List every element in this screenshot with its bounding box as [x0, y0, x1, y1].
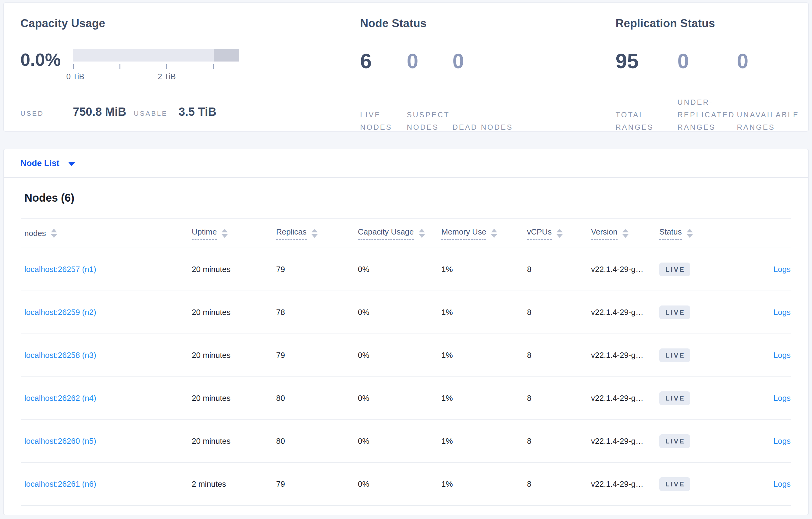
capacity-gauge-bar: 0 TiB 2 TiB — [73, 49, 239, 83]
usable-label: USABLE — [134, 110, 179, 118]
capacity-percent-value: 0.0% — [21, 50, 73, 83]
sort-arrows-icon[interactable] — [622, 229, 629, 238]
status-cell: LIVE — [659, 477, 720, 491]
sort-arrows-icon[interactable] — [222, 229, 228, 238]
column-header-status[interactable]: Status — [659, 227, 720, 240]
column-header-nodes[interactable]: nodes — [21, 229, 192, 238]
logs-link[interactable]: Logs — [774, 265, 791, 274]
capacity-usage-title: Capacity Usage — [21, 17, 360, 30]
logs-cell: Logs — [720, 394, 791, 403]
under-replicated-ranges-count: 0 — [677, 49, 737, 73]
replicas-cell: 79 — [276, 265, 358, 274]
sort-arrows-icon[interactable] — [557, 229, 563, 238]
capacity-usage-cell: 0% — [358, 436, 441, 446]
uptime-cell: 2 minutes — [192, 480, 276, 489]
logs-cell: Logs — [720, 480, 791, 489]
capacity-usage-panel: Capacity Usage 0.0% 0 TiB 2 TiB — [21, 17, 360, 131]
node-address-link[interactable]: localhost:26258 (n3) — [24, 350, 96, 360]
node-status-title: Node Status — [360, 17, 615, 30]
status-badge: LIVE — [659, 391, 690, 405]
live-nodes-count: 6 — [360, 49, 407, 73]
node-list-dropdown[interactable]: Node List — [4, 149, 808, 178]
axis-tick — [213, 64, 214, 69]
node-status-panel: Node Status 6 0 0 LIVE NODES SUSPECT NOD… — [360, 17, 615, 131]
status-badge: LIVE — [659, 348, 690, 362]
unavailable-ranges-count: 0 — [737, 49, 808, 73]
vcpus-cell: 8 — [527, 308, 591, 317]
live-nodes-label: LIVE NODES — [360, 94, 407, 133]
uptime-cell: 20 minutes — [192, 436, 276, 446]
capacity-usage-cell: 0% — [358, 480, 441, 489]
sort-arrows-icon[interactable] — [419, 229, 425, 238]
sort-arrows-icon[interactable] — [312, 229, 318, 238]
axis-tick — [119, 64, 120, 69]
sort-arrows-icon[interactable] — [51, 229, 57, 238]
uptime-cell: 20 minutes — [192, 350, 276, 360]
node-address-cell: localhost:26257 (n1) — [21, 265, 192, 274]
table-body: localhost:26257 (n1) 20 minutes 79 0% 1%… — [21, 248, 791, 506]
node-address-link[interactable]: localhost:26257 (n1) — [24, 265, 96, 274]
version-cell: v22.1.4-29-g… — [591, 308, 659, 317]
replicas-cell: 79 — [276, 480, 358, 489]
capacity-axis: 0 TiB 2 TiB — [73, 62, 239, 83]
version-cell: v22.1.4-29-g… — [591, 394, 659, 403]
capacity-usage-summary: USED 750.8 MiB USABLE 3.5 TiB — [21, 105, 360, 119]
memory-use-cell: 1% — [441, 308, 527, 317]
column-header-memory-use[interactable]: Memory Use — [441, 227, 527, 240]
logs-link[interactable]: Logs — [774, 436, 791, 446]
replicas-cell: 80 — [276, 394, 358, 403]
version-cell: v22.1.4-29-g… — [591, 436, 659, 446]
column-header-version[interactable]: Version — [591, 227, 659, 240]
capacity-usage-cell: 0% — [358, 265, 441, 274]
dead-nodes-count: 0 — [452, 49, 615, 73]
total-ranges-count: 95 — [615, 49, 677, 73]
capacity-usage-cell: 0% — [358, 394, 441, 403]
suspect-nodes-count: 0 — [407, 49, 452, 73]
nodes-table-section: Nodes (6) nodes Uptime Replicas Capacity… — [4, 191, 808, 506]
column-header-capacity-usage[interactable]: Capacity Usage — [358, 227, 441, 240]
replicas-cell: 80 — [276, 436, 358, 446]
vcpus-cell: 8 — [527, 480, 591, 489]
node-address-link[interactable]: localhost:26259 (n2) — [24, 308, 96, 317]
column-header-vcpus[interactable]: vCPUs — [527, 227, 591, 240]
logs-link[interactable]: Logs — [774, 350, 791, 360]
vcpus-cell: 8 — [527, 350, 591, 360]
under-replicated-ranges-label: UNDER-REPLICATED RANGES — [677, 94, 737, 133]
axis-tick — [166, 64, 167, 69]
replication-status-stats: 95 0 0 TOTAL RANGES UNDER-REPLICATED RAN… — [615, 49, 808, 133]
capacity-gauge: 0.0% 0 TiB 2 TiB — [21, 49, 360, 83]
column-header-replicas[interactable]: Replicas — [276, 227, 358, 240]
sort-arrows-icon[interactable] — [687, 229, 693, 238]
node-address-link[interactable]: localhost:26262 (n4) — [24, 394, 96, 403]
version-cell: v22.1.4-29-g… — [591, 480, 659, 489]
uptime-cell: 20 minutes — [192, 394, 276, 403]
axis-tick-label: 2 TiB — [157, 72, 176, 81]
logs-link[interactable]: Logs — [774, 480, 791, 489]
status-badge: LIVE — [659, 477, 690, 491]
memory-use-cell: 1% — [441, 350, 527, 360]
table-row: localhost:26260 (n5) 20 minutes 80 0% 1%… — [21, 420, 791, 463]
node-address-cell: localhost:26261 (n6) — [21, 480, 192, 489]
version-cell: v22.1.4-29-g… — [591, 350, 659, 360]
column-header-uptime[interactable]: Uptime — [192, 227, 276, 240]
sort-arrows-icon[interactable] — [491, 229, 497, 238]
usable-value: 3.5 TiB — [179, 105, 216, 119]
node-address-link[interactable]: localhost:26260 (n5) — [24, 436, 96, 446]
table-row: localhost:26258 (n3) 20 minutes 79 0% 1%… — [21, 334, 791, 377]
table-row: localhost:26262 (n4) 20 minutes 80 0% 1%… — [21, 377, 791, 420]
nodes-heading: Nodes (6) — [24, 191, 791, 204]
logs-link[interactable]: Logs — [774, 308, 791, 317]
node-address-link[interactable]: localhost:26261 (n6) — [24, 480, 96, 489]
status-cell: LIVE — [659, 348, 720, 362]
table-row: localhost:26261 (n6) 2 minutes 79 0% 1% … — [21, 463, 791, 506]
node-list-dropdown-label: Node List — [21, 158, 59, 168]
version-cell: v22.1.4-29-g… — [591, 265, 659, 274]
logs-link[interactable]: Logs — [774, 394, 791, 403]
replication-status-panel: Replication Status 95 0 0 TOTAL RANGES U… — [615, 17, 808, 131]
used-value: 750.8 MiB — [73, 105, 134, 119]
used-label: USED — [21, 110, 73, 118]
logs-cell: Logs — [720, 265, 791, 274]
status-cell: LIVE — [659, 263, 720, 276]
axis-tick-label: 0 TiB — [66, 72, 84, 81]
replication-status-title: Replication Status — [615, 17, 808, 30]
